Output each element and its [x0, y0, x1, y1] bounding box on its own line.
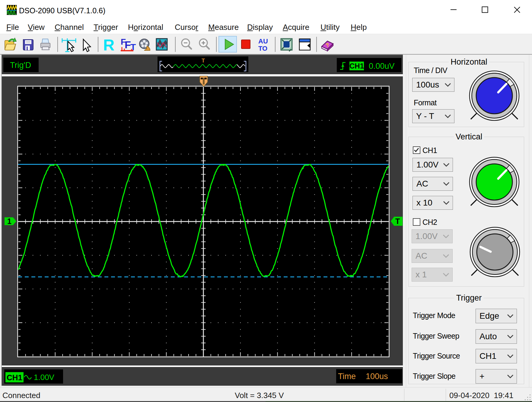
svg-text:1: 1 [7, 217, 11, 225]
svg-text:Time: Time [338, 372, 356, 381]
svg-text:1.00V: 1.00V [34, 373, 55, 382]
svg-text:100us: 100us [366, 372, 388, 381]
svg-text:Trig'D: Trig'D [10, 61, 31, 70]
svg-text:T: T [202, 58, 205, 64]
svg-text:0.00uV: 0.00uV [369, 62, 395, 71]
svg-text:TO: TO [258, 45, 267, 52]
svg-text:AU: AU [258, 37, 268, 45]
svg-text:F: F [125, 39, 131, 50]
svg-text:R: R [103, 36, 115, 54]
svg-text:T: T [395, 217, 400, 225]
svg-text:CH1: CH1 [7, 373, 22, 382]
svg-text:CH1: CH1 [349, 62, 364, 70]
